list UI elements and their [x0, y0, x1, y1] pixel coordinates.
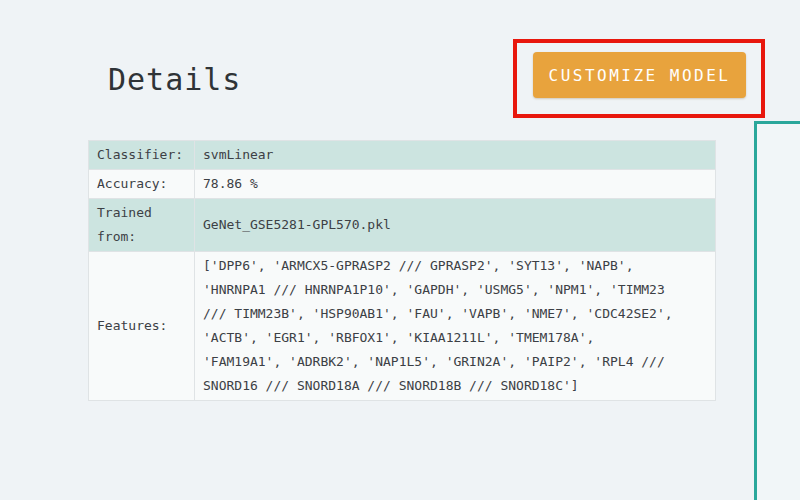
classifier-label: Classifier: — [89, 141, 195, 170]
table-row-classifier: Classifier: svmLinear — [89, 141, 716, 170]
table-row-trained-from: Trained from: GeNet_GSE5281-GPL570.pkl — [89, 199, 716, 252]
trained-from-value: GeNet_GSE5281-GPL570.pkl — [195, 199, 716, 252]
table-row-features: Features: ['DPP6', 'ARMCX5-GPRASP2 /// G… — [89, 252, 716, 401]
accuracy-value: 78.86 % — [195, 170, 716, 199]
page-title: Details — [108, 62, 241, 97]
classifier-value: svmLinear — [195, 141, 716, 170]
trained-from-label: Trained from: — [89, 199, 195, 252]
side-panel — [754, 121, 800, 500]
customize-model-button[interactable]: CUSTOMIZE MODEL — [533, 52, 746, 98]
model-details-page: Details CUSTOMIZE MODEL Classifier: svmL… — [0, 0, 800, 500]
features-label: Features: — [89, 252, 195, 401]
annotation-highlight-box: CUSTOMIZE MODEL — [513, 39, 765, 118]
details-table: Classifier: svmLinear Accuracy: 78.86 % … — [88, 140, 716, 401]
table-row-accuracy: Accuracy: 78.86 % — [89, 170, 716, 199]
features-value: ['DPP6', 'ARMCX5-GPRASP2 /// GPRASP2', '… — [195, 252, 716, 401]
accuracy-label: Accuracy: — [89, 170, 195, 199]
